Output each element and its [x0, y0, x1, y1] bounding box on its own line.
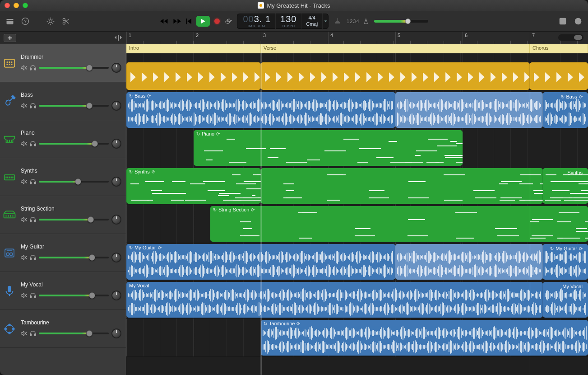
- track-pan-knob[interactable]: [111, 291, 121, 300]
- track-volume-knob[interactable]: [75, 178, 81, 185]
- track-name[interactable]: Tambourine: [21, 319, 121, 326]
- notepad-button[interactable]: [558, 17, 567, 26]
- tuner-button[interactable]: [333, 17, 342, 26]
- region-vocal-0[interactable]: My Vocal: [126, 282, 543, 318]
- mute-button[interactable]: [21, 179, 27, 184]
- track-volume-knob[interactable]: [92, 141, 98, 147]
- library-button[interactable]: [5, 17, 14, 26]
- marker-verse[interactable]: Verse: [261, 44, 530, 53]
- track-pan-knob[interactable]: [111, 101, 121, 111]
- lcd-display[interactable]: 003. 1 BAR BEAT 130 TEMPO 4/4 Cmaj: [236, 14, 329, 29]
- ruler-bar-5[interactable]: 5: [395, 32, 400, 44]
- loop-browser-button[interactable]: [574, 17, 583, 26]
- track-volume-slider[interactable]: [39, 141, 109, 146]
- mute-button[interactable]: [21, 255, 27, 260]
- track-lane-vocal[interactable]: My VocalMy Vocal: [126, 281, 588, 319]
- master-volume-knob[interactable]: [405, 19, 411, 24]
- ruler-bar-2[interactable]: 2: [194, 32, 199, 44]
- track-header-strings[interactable]: String Section: [0, 196, 126, 234]
- track-header-guitar[interactable]: My Guitar: [0, 234, 126, 272]
- ruler-bar-7[interactable]: 7: [530, 32, 535, 44]
- track-name[interactable]: String Section: [21, 206, 121, 212]
- playhead[interactable]: [261, 44, 261, 375]
- track-header-bass[interactable]: Bass: [0, 82, 126, 120]
- region-guitar-2[interactable]: ↻My Guitar ⟳: [543, 244, 588, 280]
- region-drummer-2[interactable]: ▶▶▶▶▶: [530, 62, 588, 90]
- track-lane-strings[interactable]: ↻String Section ⟳: [126, 205, 588, 243]
- track-volume-slider[interactable]: [39, 293, 109, 298]
- track-volume-knob[interactable]: [86, 103, 93, 109]
- region-vocal-1[interactable]: My Vocal: [543, 282, 588, 318]
- count-in-display[interactable]: 1234: [347, 18, 369, 24]
- timeline-area[interactable]: IntroVerseChorus ▶▶▶▶▶▶▶▶▶▶▶▶▶▶▶▶▶▶▶▶▶▶▶…: [126, 44, 588, 375]
- ruler-bar-1[interactable]: 1: [126, 32, 131, 44]
- track-volume-knob[interactable]: [88, 216, 94, 223]
- track-lane-tamb[interactable]: ↻Tambourine ⟳: [126, 319, 588, 357]
- add-track-button[interactable]: [4, 34, 16, 42]
- ruler-bar-4[interactable]: 4: [328, 32, 333, 44]
- timeline-ruler[interactable]: 1234567: [126, 32, 588, 44]
- lcd-dropdown[interactable]: [322, 14, 329, 29]
- quick-help-button[interactable]: ?: [21, 17, 30, 26]
- track-header-vocal[interactable]: My Vocal: [0, 272, 126, 310]
- go-to-start-button[interactable]: [185, 18, 191, 24]
- track-lane-piano[interactable]: ↻Piano ⟳: [126, 129, 588, 167]
- mute-button[interactable]: [21, 65, 27, 70]
- mute-button[interactable]: [21, 103, 27, 108]
- horizontal-zoom-thumb[interactable]: [574, 35, 582, 40]
- track-name[interactable]: My Vocal: [21, 281, 121, 288]
- region-drummer-0[interactable]: ▶▶▶▶▶▶▶▶▶▶▶▶▶: [126, 62, 261, 90]
- track-header-tamb[interactable]: Tambourine: [0, 310, 126, 348]
- track-pan-knob[interactable]: [111, 215, 121, 225]
- track-name[interactable]: My Guitar: [21, 244, 121, 250]
- track-volume-slider[interactable]: [39, 65, 109, 70]
- headphone-button[interactable]: [30, 255, 36, 260]
- region-tamb-0[interactable]: ↻Tambourine ⟳: [261, 320, 588, 356]
- mute-button[interactable]: [21, 331, 27, 336]
- track-pan-knob[interactable]: [111, 177, 121, 187]
- marker-intro[interactable]: Intro: [126, 44, 261, 53]
- region-synths-2[interactable]: Synths: [543, 168, 588, 204]
- track-header-config-button[interactable]: [114, 35, 123, 41]
- track-lane-drummer[interactable]: ▶▶▶▶▶▶▶▶▶▶▶▶▶▶▶▶▶▶▶▶▶▶▶▶▶▶▶▶▶▶▶▶▶▶▶▶▶▶▶▶…: [126, 53, 588, 91]
- track-volume-knob[interactable]: [89, 254, 95, 261]
- region-bass-2[interactable]: ↻Bass ⟳: [543, 92, 588, 128]
- region-piano-0[interactable]: ↻Piano ⟳: [194, 130, 463, 166]
- horizontal-zoom-scroll[interactable]: [558, 34, 583, 41]
- track-volume-slider[interactable]: [39, 103, 109, 108]
- marker-chorus[interactable]: Chorus: [530, 44, 588, 53]
- track-lane-synths[interactable]: ↻Synths ⟳Synths: [126, 167, 588, 205]
- cycle-button[interactable]: [224, 18, 232, 24]
- mute-button[interactable]: [21, 141, 27, 146]
- track-header-piano[interactable]: Piano: [0, 120, 126, 158]
- master-volume-slider[interactable]: [374, 20, 428, 23]
- track-volume-slider[interactable]: [39, 331, 109, 336]
- track-name[interactable]: Synths: [21, 168, 121, 174]
- rewind-button[interactable]: [160, 18, 168, 24]
- headphone-button[interactable]: [30, 217, 36, 222]
- track-header-drummer[interactable]: Drummer: [0, 44, 126, 82]
- track-volume-knob[interactable]: [86, 330, 93, 337]
- track-volume-knob[interactable]: [89, 292, 95, 299]
- headphone-button[interactable]: [30, 331, 36, 336]
- region-drummer-1[interactable]: ▶▶▶▶▶▶▶▶▶▶▶▶▶▶▶▶▶▶▶▶▶▶▶▶▶▶▶: [261, 62, 530, 90]
- scissors-button[interactable]: [61, 17, 70, 26]
- window-zoom-button[interactable]: [23, 3, 28, 8]
- track-volume-knob[interactable]: [86, 65, 93, 71]
- region-synths-1[interactable]: [261, 168, 543, 204]
- region-synths-0[interactable]: ↻Synths ⟳: [126, 168, 261, 204]
- track-pan-knob[interactable]: [111, 328, 121, 338]
- track-name[interactable]: Piano: [21, 130, 121, 136]
- track-pan-knob[interactable]: [111, 139, 121, 149]
- window-minimize-button[interactable]: [14, 3, 19, 8]
- region-guitar-1[interactable]: [395, 244, 543, 280]
- window-close-button[interactable]: [5, 3, 10, 8]
- headphone-button[interactable]: [30, 103, 36, 108]
- mute-button[interactable]: [21, 217, 27, 222]
- smart-controls-button[interactable]: [46, 17, 55, 26]
- forward-button[interactable]: [172, 18, 181, 24]
- headphone-button[interactable]: [30, 141, 36, 146]
- mute-button[interactable]: [21, 293, 27, 298]
- track-name[interactable]: Drummer: [21, 54, 121, 60]
- region-strings-0[interactable]: ↻String Section ⟳: [210, 206, 588, 242]
